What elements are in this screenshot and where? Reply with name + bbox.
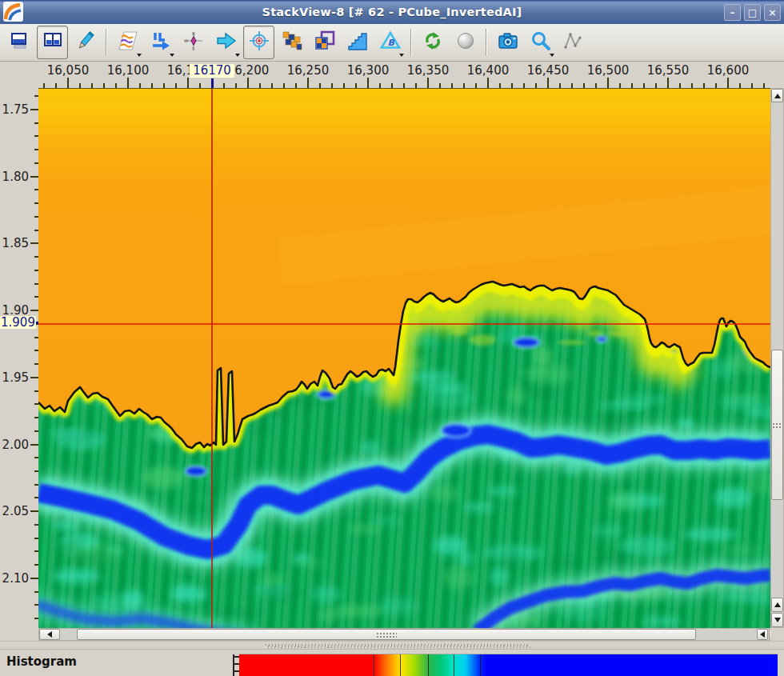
- toolbar-tile-views-button[interactable]: [276, 26, 307, 59]
- scroll-down-button[interactable]: [771, 613, 783, 627]
- scroll-left-button[interactable]: [39, 629, 60, 640]
- crosshair-inline-readout: 16170: [190, 64, 234, 78]
- scroll-up-button[interactable]: [771, 89, 783, 102]
- scroll-left-button-2[interactable]: [757, 629, 768, 640]
- toolbar-separator: [486, 29, 487, 56]
- single-view-icon: [10, 30, 30, 54]
- svg-text:S: S: [192, 46, 194, 51]
- top-axis-tick: [307, 78, 309, 88]
- toolbar-sphere-button[interactable]: [450, 26, 481, 59]
- snapshot-icon: [498, 30, 518, 54]
- left-axis-tick: [30, 444, 38, 446]
- left-arrow-icon: [760, 631, 765, 638]
- left-axis-label: 1.95: [0, 370, 29, 385]
- left-axis-label: 2.10: [0, 571, 29, 586]
- toolbar-crosshair-tool-button[interactable]: [243, 26, 274, 59]
- seismic-plot[interactable]: [38, 88, 770, 629]
- toolbar-compass-button[interactable]: NWS: [178, 26, 209, 59]
- left-axis-tick: [30, 578, 38, 579]
- toolbar-histogram-scale-button[interactable]: [342, 26, 373, 59]
- trace-signal-icon: [563, 30, 584, 54]
- title-bar[interactable]: StackView-8 [# 62 - PCube_InvertedAI] – …: [0, 0, 784, 24]
- left-arrow-icon: [47, 631, 52, 638]
- top-axis-label: 16,500: [580, 63, 636, 78]
- down-arrow-icon: [774, 618, 781, 622]
- top-axis-tick: [607, 78, 609, 88]
- scrollbar-corner: [770, 628, 784, 641]
- left-axis-label: 2.00: [0, 438, 29, 452]
- top-axis-label: 16,250: [280, 63, 336, 78]
- top-axis-label: 16,550: [640, 63, 696, 78]
- dropdown-arrow-icon: [399, 54, 404, 57]
- colorbar-separator: [480, 654, 481, 676]
- thumb-grip: [376, 632, 397, 638]
- top-axis-tick: [667, 78, 669, 88]
- toolbar-snapshot-button[interactable]: [492, 26, 523, 59]
- left-axis-label: 1.80: [0, 170, 29, 184]
- tile-views-icon: [282, 30, 302, 54]
- left-axis-label: 1.75: [0, 102, 29, 117]
- toolbar-single-view-button[interactable]: [4, 26, 35, 59]
- window-title: StackView-8 [# 62 - PCube_InvertedAI]: [0, 6, 784, 18]
- histogram-colorbar[interactable]: [239, 654, 778, 676]
- vertical-scroll-thumb[interactable]: [771, 350, 783, 500]
- top-axis-label: 16,450: [520, 63, 576, 78]
- toolbar-step-forward-button[interactable]: [210, 26, 242, 59]
- colorbar-separator: [454, 654, 454, 676]
- toolbar-dual-view-button[interactable]: [37, 26, 68, 59]
- minimize-button[interactable]: –: [724, 4, 741, 21]
- toolbar-separator: [410, 29, 412, 56]
- compass-icon: NWS: [183, 30, 204, 54]
- seismic-section: [38, 89, 770, 629]
- colorbar-separator: [428, 654, 429, 676]
- top-axis-label: 16,600: [700, 63, 756, 78]
- toolbar-copy-view-button[interactable]: [309, 26, 340, 59]
- svg-text:N: N: [192, 31, 195, 36]
- horizons-icon: [118, 30, 138, 54]
- top-axis-label: 16,300: [340, 63, 396, 78]
- toolbar-inline-direction-button[interactable]: [145, 26, 176, 59]
- top-axis-label: 16,350: [400, 63, 456, 78]
- dropdown-arrow-icon: [170, 54, 174, 57]
- zoom-icon: [530, 30, 551, 54]
- window-controls: – □ ×: [724, 4, 781, 21]
- left-axis-tick: [30, 242, 38, 244]
- dropdown-arrow-icon: [137, 54, 142, 57]
- scroll-up-button-2[interactable]: [771, 598, 783, 612]
- toolbar-annotate-b-button[interactable]: B: [374, 26, 406, 59]
- crosshair-top-tick: [211, 78, 214, 88]
- app-window: { "window": { "title": "StackView-8 [# 6…: [0, 0, 784, 676]
- toolbar-zoom-button[interactable]: [525, 26, 556, 59]
- svg-text:W: W: [184, 38, 188, 43]
- top-axis-tick: [127, 78, 129, 88]
- copy-view-icon: [314, 30, 335, 54]
- crosshair-tool-icon: [249, 30, 270, 54]
- up-arrow-icon: [774, 602, 781, 607]
- toolbar-edit-pencil-button[interactable]: [70, 26, 101, 59]
- splitter-handle[interactable]: [0, 641, 784, 650]
- dual-view-icon: [42, 30, 63, 54]
- thumb-grip: [772, 422, 782, 428]
- toolbar-refresh-button[interactable]: [417, 26, 448, 59]
- left-axis-tick: [30, 377, 38, 378]
- toolbar-trace-signal-button[interactable]: [558, 26, 589, 59]
- top-axis-tick: [187, 78, 189, 88]
- histogram-panel: Histogram: [0, 650, 784, 676]
- left-axis-tick: [30, 510, 38, 512]
- toolbar-horizons-button[interactable]: [112, 26, 143, 59]
- colorbar-separator: [374, 654, 374, 676]
- top-axis-tick: [487, 78, 489, 88]
- histogram-label: Histogram: [6, 654, 77, 669]
- close-button[interactable]: ×: [764, 4, 781, 21]
- top-axis-tick: [67, 78, 69, 88]
- histogram-scale-icon: [347, 30, 368, 54]
- top-axis-label: 16,050: [40, 63, 96, 78]
- horizontal-scrollbar[interactable]: [38, 628, 782, 641]
- top-axis: 16,05016,10016,15016,20016,25016,30016,3…: [0, 62, 784, 88]
- maximize-button[interactable]: □: [744, 4, 761, 21]
- vertical-scrollbar[interactable]: [770, 88, 784, 628]
- top-axis-tick: [247, 78, 249, 88]
- toolbar-separator: [106, 29, 107, 56]
- horizontal-scroll-thumb[interactable]: [77, 629, 696, 640]
- left-axis-label: 1.85: [0, 236, 29, 250]
